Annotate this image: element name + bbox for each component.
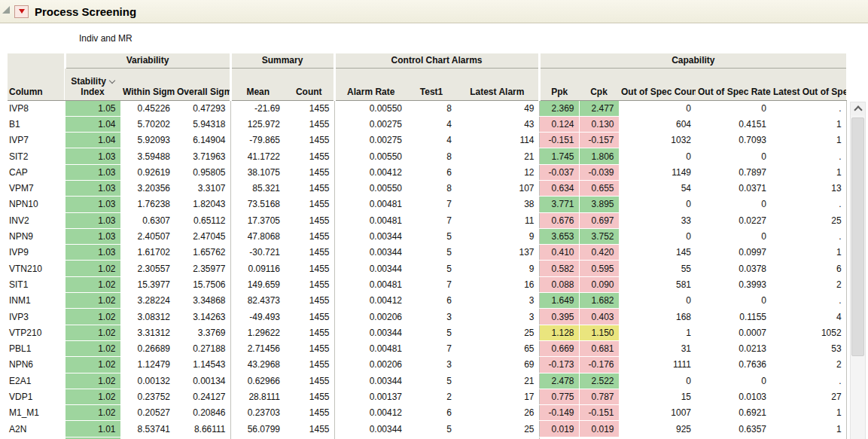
cell-column: IVP7 bbox=[8, 133, 65, 148]
table-row[interactable]: NPN61.021.124791.1454343.296814550.00206… bbox=[8, 357, 846, 373]
table-row[interactable]: IVP71.045.920936.14904-79.86514550.00275… bbox=[8, 133, 846, 148]
cell-mean: 85.321 bbox=[230, 180, 285, 196]
cell-column: INV2 bbox=[8, 212, 65, 228]
table-row[interactable]: SIT11.0215.397715.7506149.65914550.00481… bbox=[8, 276, 846, 292]
cell-stability-index: 1.02 bbox=[65, 405, 120, 421]
scrollbar-thumb[interactable] bbox=[851, 117, 864, 356]
table-row[interactable]: SIT21.033.594883.7196341.172214550.00550… bbox=[8, 148, 846, 164]
vertical-scrollbar[interactable] bbox=[850, 102, 866, 439]
table-row[interactable]: A2N1.018.537418.6611156.079914550.003445… bbox=[8, 421, 846, 437]
cell-latest-alarm: 3 bbox=[456, 309, 539, 325]
column-header-count[interactable]: Count bbox=[285, 68, 334, 100]
table-row[interactable]: M1_M11.020.205270.208460.2370314550.0041… bbox=[8, 405, 846, 421]
cell-test1: 7 bbox=[407, 340, 456, 356]
cell-test1: 5 bbox=[407, 261, 456, 276]
table-row[interactable]: B11.045.702025.94318125.97214550.0027544… bbox=[8, 116, 846, 132]
cell-column: E2A1 bbox=[8, 373, 65, 389]
cell-latest-alarm: 38 bbox=[456, 197, 539, 212]
table-row[interactable]: IVP81.050.452260.47293-21.6914550.005508… bbox=[8, 100, 846, 116]
cell-alarm-rate: 0.00481 bbox=[334, 197, 407, 212]
cell-alarm-rate: 0.00206 bbox=[334, 357, 407, 373]
column-header-out-of-spec-count[interactable]: Out of Spec Count bbox=[619, 68, 696, 100]
disclosure-triangle-icon[interactable] bbox=[2, 6, 10, 14]
cell-alarm-rate: 0.00550 bbox=[334, 100, 407, 116]
red-triangle-menu-button[interactable] bbox=[14, 5, 29, 18]
table-row[interactable]: VPM71.033.203563.310785.32114550.0055081… bbox=[8, 180, 846, 196]
cell-count: 1455 bbox=[285, 100, 334, 116]
cell-mean: 149.659 bbox=[230, 276, 285, 292]
cell-stability-index: 1.02 bbox=[65, 309, 120, 325]
cell-alarm-rate: 0.00206 bbox=[334, 309, 407, 325]
cell-test1: 5 bbox=[407, 373, 456, 389]
column-header-latest-out-of-spec[interactable]: Latest Out of Spec bbox=[771, 68, 846, 100]
table-row[interactable]: CAP1.030.926190.9580538.107514550.004126… bbox=[8, 164, 846, 180]
column-header-mean[interactable]: Mean bbox=[230, 68, 285, 100]
cell-ppk: 0.088 bbox=[539, 276, 579, 292]
cell-alarm-rate: 0.00481 bbox=[334, 276, 407, 292]
cell-test1: 4 bbox=[407, 133, 456, 148]
scroll-up-button[interactable] bbox=[851, 102, 865, 115]
column-header-alarm-rate[interactable]: Alarm Rate bbox=[334, 68, 407, 100]
cell-cpk: 0.130 bbox=[579, 116, 619, 132]
cell-latest-out-of-spec: . bbox=[771, 148, 846, 164]
table-row[interactable]: INV21.030.63070.6511217.370514550.004817… bbox=[8, 212, 846, 228]
table-row[interactable]: E2A11.020.001320.001340.6296614550.00344… bbox=[8, 373, 846, 389]
column-header-latest-alarm[interactable]: Latest Alarm bbox=[456, 68, 539, 100]
cell-within-sigma: 0.00132 bbox=[120, 373, 175, 389]
cell-cpk: 0.787 bbox=[579, 389, 619, 404]
cell-latest-out-of-spec: 1 bbox=[771, 405, 846, 421]
cell-alarm-rate: 0.00344 bbox=[334, 373, 407, 389]
table-row[interactable]: VTN2101.022.305572.359770.0911614550.003… bbox=[8, 261, 846, 276]
column-header-out-of-spec-rate[interactable]: Out of Spec Rate bbox=[696, 68, 771, 100]
column-header-test1[interactable]: Test1 bbox=[407, 68, 456, 100]
cell-within-sigma: 3.08312 bbox=[120, 309, 175, 325]
table-row[interactable]: VDP11.020.237520.2412728.811114550.00137… bbox=[8, 389, 846, 404]
cell-latest-out-of-spec: 1 bbox=[771, 421, 846, 437]
cell-stability-index: 1.03 bbox=[65, 164, 120, 180]
cell-overall-sigma: 2.35977 bbox=[175, 261, 230, 276]
cell-overall-sigma: 0.24127 bbox=[175, 389, 230, 404]
cell-alarm-rate: 0.00275 bbox=[334, 116, 407, 132]
cell-alarm-rate: 0.00412 bbox=[334, 293, 407, 309]
red-triangle-icon bbox=[19, 9, 25, 14]
cell-latest-alarm: 43 bbox=[456, 116, 539, 132]
cell-test1: 6 bbox=[407, 293, 456, 309]
cell-within-sigma: 5.70202 bbox=[120, 116, 175, 132]
table-row[interactable]: PBL11.020.266890.271882.7145614550.00481… bbox=[8, 340, 846, 356]
column-header-column[interactable]: Column bbox=[8, 53, 65, 100]
cell-within-sigma: 3.20356 bbox=[120, 180, 175, 196]
cell-within-sigma: 1.76238 bbox=[120, 197, 175, 212]
table-row[interactable]: IVP91.031.617021.65762-30.72114550.00344… bbox=[8, 245, 846, 261]
cell-test1: 6 bbox=[407, 405, 456, 421]
group-header-variability: Variability bbox=[65, 53, 230, 68]
cell-out-of-spec-count: 168 bbox=[619, 309, 696, 325]
table-row[interactable]: NPN101.031.762381.8204373.516814550.0048… bbox=[8, 197, 846, 212]
cell-out-of-spec-count: 54 bbox=[619, 180, 696, 196]
column-header-ppk[interactable]: Ppk bbox=[539, 68, 579, 100]
table-row[interactable]: VTP2101.023.313123.37691.2962214550.0034… bbox=[8, 325, 846, 340]
column-header-within-sigma[interactable]: Within Sigma bbox=[120, 68, 175, 100]
cell-overall-sigma: 3.3769 bbox=[175, 325, 230, 340]
cell-mean: 41.1722 bbox=[230, 148, 285, 164]
table-row[interactable]: IVP31.023.083123.14263-49.49314550.00206… bbox=[8, 309, 846, 325]
cell-within-sigma: 2.40507 bbox=[120, 228, 175, 244]
table-row[interactable]: NPN91.032.405072.4704547.806814550.00344… bbox=[8, 228, 846, 244]
cell-latest-alarm: 17 bbox=[456, 389, 539, 404]
column-header-stability-index[interactable]: Stability Index bbox=[65, 68, 120, 100]
column-header-overall-sigma[interactable]: Overall Sigma bbox=[175, 68, 230, 100]
cell-mean: 38.1075 bbox=[230, 164, 285, 180]
cell-within-sigma: 0.20527 bbox=[120, 405, 175, 421]
cell-cpk: 0.595 bbox=[579, 261, 619, 276]
cell-test1: 8 bbox=[407, 148, 456, 164]
cell-latest-out-of-spec: 13 bbox=[771, 180, 846, 196]
cell-count: 1455 bbox=[285, 421, 334, 437]
cell-stability-index: 1.03 bbox=[65, 197, 120, 212]
table-row[interactable]: INM11.023.282243.3486882.437314550.00412… bbox=[8, 293, 846, 309]
cell-latest-alarm: 114 bbox=[456, 133, 539, 148]
column-header-cpk[interactable]: Cpk bbox=[579, 68, 619, 100]
cell-stability-index: 1.03 bbox=[65, 148, 120, 164]
cell-out-of-spec-rate: 0.0997 bbox=[696, 245, 771, 261]
cell-count: 1455 bbox=[285, 261, 334, 276]
cell-latest-alarm: 25 bbox=[456, 325, 539, 340]
cell-cpk: 0.403 bbox=[579, 309, 619, 325]
